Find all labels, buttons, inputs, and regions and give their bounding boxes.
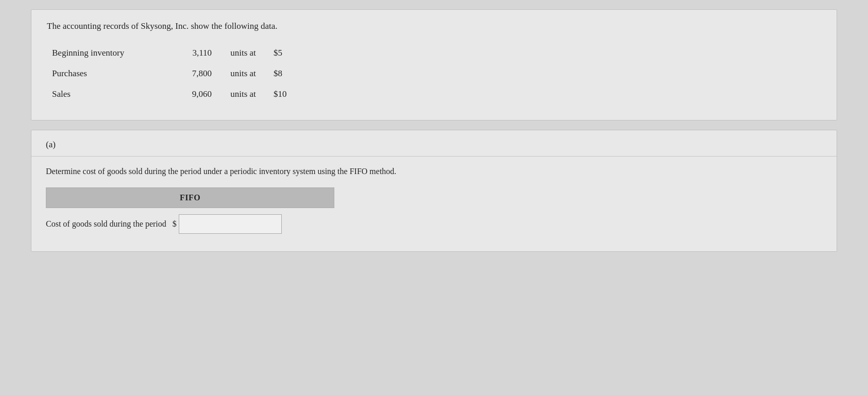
row-qty-beginning-inventory: 3,110: [165, 48, 212, 58]
top-card: The accounting records of Skysong, Inc. …: [31, 9, 837, 121]
row-units-sales: units at: [212, 89, 268, 99]
row-units-purchases: units at: [212, 68, 268, 79]
row-price-sales: $10: [268, 89, 304, 99]
table-row: Purchases 7,800 units at $8: [52, 63, 821, 84]
row-units-beginning-inventory: units at: [212, 48, 268, 58]
intro-text: The accounting records of Skysong, Inc. …: [47, 21, 821, 31]
fifo-input-row: Cost of goods sold during the period $: [46, 208, 334, 236]
fifo-header-row: FIFO: [46, 187, 334, 208]
section-a-body: Determine cost of goods sold during the …: [31, 157, 837, 251]
fifo-cogs-input[interactable]: [179, 214, 282, 234]
dollar-sign: $: [173, 219, 177, 229]
cogs-label: Cost of goods sold during the period: [46, 219, 166, 229]
fifo-header-label: FIFO: [180, 193, 200, 202]
fifo-table: FIFO Cost of goods sold during the perio…: [46, 187, 334, 236]
row-qty-sales: 9,060: [165, 89, 212, 99]
table-row: Beginning inventory 3,110 units at $5: [52, 43, 821, 63]
row-price-purchases: $8: [268, 68, 304, 79]
row-label-beginning-inventory: Beginning inventory: [52, 48, 165, 58]
row-label-sales: Sales: [52, 89, 165, 99]
row-label-purchases: Purchases: [52, 68, 165, 79]
section-a-card: (a) Determine cost of goods sold during …: [31, 130, 837, 252]
page-wrapper: The accounting records of Skysong, Inc. …: [0, 9, 868, 395]
table-row: Sales 9,060 units at $10: [52, 84, 821, 105]
row-price-beginning-inventory: $5: [268, 48, 304, 58]
row-qty-purchases: 7,800: [165, 68, 212, 79]
data-table: Beginning inventory 3,110 units at $5 Pu…: [47, 43, 821, 105]
section-a-label: (a): [31, 130, 837, 157]
section-description: Determine cost of goods sold during the …: [46, 167, 822, 176]
